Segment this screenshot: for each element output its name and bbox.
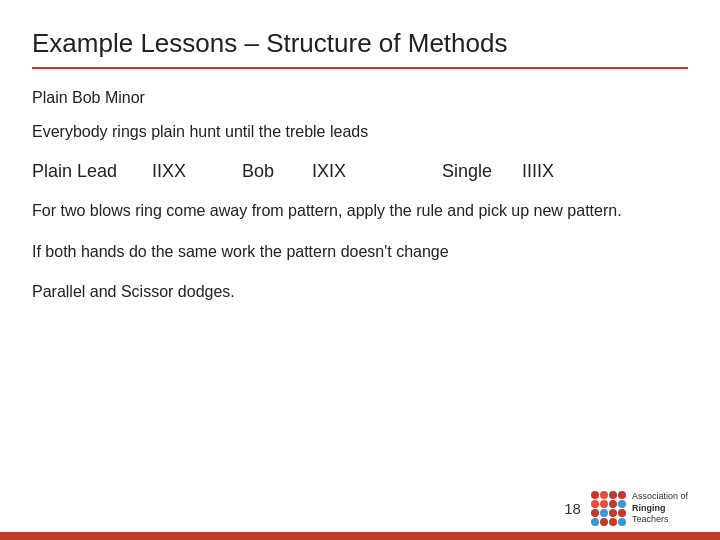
logo-dot-1 [600, 491, 608, 499]
plain-lead-col4: Single [442, 161, 522, 182]
plain-lead-label: Plain Lead [32, 161, 152, 182]
logo-dot-2 [609, 491, 617, 499]
logo-dot-0 [591, 491, 599, 499]
logo-dot-3 [618, 491, 626, 499]
logo-dot-9 [600, 509, 608, 517]
plain-lead-col1: IIXX [152, 161, 242, 182]
footer: 18 Association of Ringing Teachers [32, 491, 688, 526]
body-text-3: If both hands do the same work the patte… [32, 241, 688, 263]
plain-lead-col2: Bob [242, 161, 312, 182]
bottom-bar [0, 532, 720, 540]
logo-area: Association of Ringing Teachers [591, 491, 688, 526]
logo-dot-10 [609, 509, 617, 517]
subtitle: Plain Bob Minor [32, 89, 688, 107]
logo-line3: Teachers [632, 514, 669, 524]
title-divider [32, 67, 688, 69]
plain-lead-col3: IXIX [312, 161, 442, 182]
plain-lead-col5: IIIIX [522, 161, 554, 182]
body-text-4: Parallel and Scissor dodges. [32, 281, 688, 303]
logo-dot-12 [591, 518, 599, 526]
page-number: 18 [564, 500, 581, 517]
logo-dot-4 [591, 500, 599, 508]
body-text-1: Everybody rings plain hunt until the tre… [32, 121, 688, 143]
logo-line2: Ringing [632, 503, 666, 513]
plain-lead-row: Plain Lead IIXX Bob IXIX Single IIIIX [32, 161, 688, 182]
logo-text: Association of Ringing Teachers [632, 491, 688, 526]
logo-dot-14 [609, 518, 617, 526]
logo-dot-7 [618, 500, 626, 508]
logo-dot-11 [618, 509, 626, 517]
title-section: Example Lessons – Structure of Methods [32, 28, 688, 83]
body-text-2: For two blows ring come away from patter… [32, 200, 688, 222]
slide: Example Lessons – Structure of Methods P… [0, 0, 720, 540]
logo-dot-13 [600, 518, 608, 526]
logo-dot-8 [591, 509, 599, 517]
logo-line1: Association of [632, 491, 688, 501]
logo-dot-6 [609, 500, 617, 508]
logo-dot-15 [618, 518, 626, 526]
slide-title: Example Lessons – Structure of Methods [32, 28, 688, 59]
logo-dots [591, 491, 626, 526]
logo-dot-5 [600, 500, 608, 508]
